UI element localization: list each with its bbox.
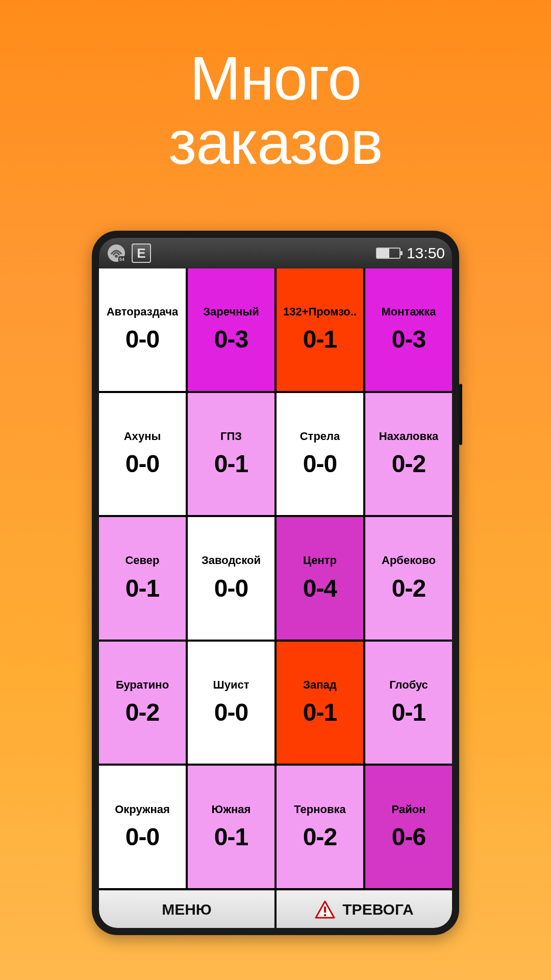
phone-side-button xyxy=(459,384,462,445)
zone-label: Глобус xyxy=(389,679,428,691)
zone-cell[interactable]: Монтажка0-3 xyxy=(365,268,452,391)
zone-label: Нахаловка xyxy=(379,430,439,443)
zone-value: 0-0 xyxy=(126,450,159,478)
alarm-button-label: ТРЕВОГА xyxy=(342,901,413,918)
phone-frame: 54 E 13:50 Автораздача0-0Заречный0-3132+… xyxy=(92,231,459,935)
zone-label: Буратино xyxy=(116,679,169,691)
zone-value: 0-1 xyxy=(214,450,248,478)
menu-button-label: МЕНЮ xyxy=(162,901,212,918)
zone-label: Стрела xyxy=(300,430,340,443)
zone-cell[interactable]: Район0-6 xyxy=(365,766,452,888)
zone-cell[interactable]: Терновка0-2 xyxy=(277,766,363,888)
zone-value: 0-2 xyxy=(392,574,425,602)
zone-value: 0-1 xyxy=(392,698,425,726)
svg-point-1 xyxy=(115,255,118,258)
zone-value: 0-0 xyxy=(126,325,159,353)
zone-label: Район xyxy=(392,803,426,816)
zone-label: Автораздача xyxy=(107,306,179,318)
zone-cell[interactable]: Арбеково0-2 xyxy=(365,517,452,640)
zone-label: Окружная xyxy=(115,803,170,816)
zone-value: 0-3 xyxy=(214,325,248,353)
zone-value: 0-2 xyxy=(392,450,425,478)
zone-label: Заречный xyxy=(203,306,259,318)
zone-cell[interactable]: Заречный0-3 xyxy=(188,268,274,391)
zone-cell[interactable]: 132+Промзо..0-1 xyxy=(277,268,363,391)
zone-cell[interactable]: Заводской0-0 xyxy=(188,517,274,640)
zone-cell[interactable]: Нахаловка0-2 xyxy=(365,393,452,516)
signal-icon: 54 xyxy=(106,243,127,263)
zones-grid: Автораздача0-0Заречный0-3132+Промзо..0-1… xyxy=(99,268,452,888)
zone-value: 0-1 xyxy=(126,574,159,602)
zone-value: 0-4 xyxy=(303,574,337,602)
zone-value: 0-2 xyxy=(303,823,337,851)
zone-label: Центр xyxy=(303,554,337,567)
zone-cell[interactable]: Глобус0-1 xyxy=(365,642,452,764)
status-bar: 54 E 13:50 xyxy=(99,238,452,268)
zone-label: Терновка xyxy=(294,803,346,816)
zone-cell[interactable]: Стрела0-0 xyxy=(277,393,363,516)
zone-cell[interactable]: Буратино0-2 xyxy=(99,642,186,764)
zone-label: Арбеково xyxy=(382,554,436,567)
zone-value: 0-0 xyxy=(126,823,159,851)
bottom-bar: МЕНЮ ТРЕВОГА xyxy=(99,888,452,928)
warning-icon xyxy=(315,899,335,920)
network-type-icon: E xyxy=(132,243,151,263)
zone-cell[interactable]: Запад0-1 xyxy=(277,642,363,764)
promo-headline: Многозаказов xyxy=(168,46,382,175)
zone-label: Южная xyxy=(212,803,251,816)
zone-label: ГПЗ xyxy=(220,430,242,443)
zone-value: 0-0 xyxy=(214,698,248,726)
zone-cell[interactable]: Ахуны0-0 xyxy=(99,393,186,516)
zone-cell[interactable]: Центр0-4 xyxy=(277,517,363,640)
svg-text:54: 54 xyxy=(119,257,124,262)
zone-value: 0-0 xyxy=(303,450,337,478)
svg-rect-6 xyxy=(324,914,326,916)
zone-cell[interactable]: ГПЗ0-1 xyxy=(188,393,274,516)
zone-value: 0-1 xyxy=(303,325,337,353)
battery-icon xyxy=(376,248,400,259)
zone-value: 0-1 xyxy=(303,698,337,726)
zone-label: Заводской xyxy=(202,554,261,567)
zone-cell[interactable]: Север0-1 xyxy=(99,517,186,640)
zone-label: Запад xyxy=(303,679,337,691)
zone-label: Ахуны xyxy=(124,430,161,443)
zone-value: 0-0 xyxy=(214,574,248,602)
zone-cell[interactable]: Шуист0-0 xyxy=(188,642,274,764)
zone-label: 132+Промзо.. xyxy=(283,306,357,318)
zone-value: 0-6 xyxy=(392,823,425,851)
zone-cell[interactable]: Автораздача0-0 xyxy=(99,268,186,391)
zone-value: 0-2 xyxy=(126,698,159,726)
svg-rect-5 xyxy=(324,906,326,913)
zone-label: Шуист xyxy=(213,679,249,691)
zone-label: Монтажка xyxy=(382,306,436,318)
zone-label: Север xyxy=(125,554,159,567)
menu-button[interactable]: МЕНЮ xyxy=(99,890,274,928)
phone-screen: 54 E 13:50 Автораздача0-0Заречный0-3132+… xyxy=(99,238,452,928)
zone-cell[interactable]: Южная0-1 xyxy=(188,766,274,888)
zone-value: 0-3 xyxy=(392,325,425,353)
zone-value: 0-1 xyxy=(214,823,248,851)
clock: 13:50 xyxy=(407,244,445,262)
alarm-button[interactable]: ТРЕВОГА xyxy=(277,890,452,928)
zone-cell[interactable]: Окружная0-0 xyxy=(99,766,186,888)
